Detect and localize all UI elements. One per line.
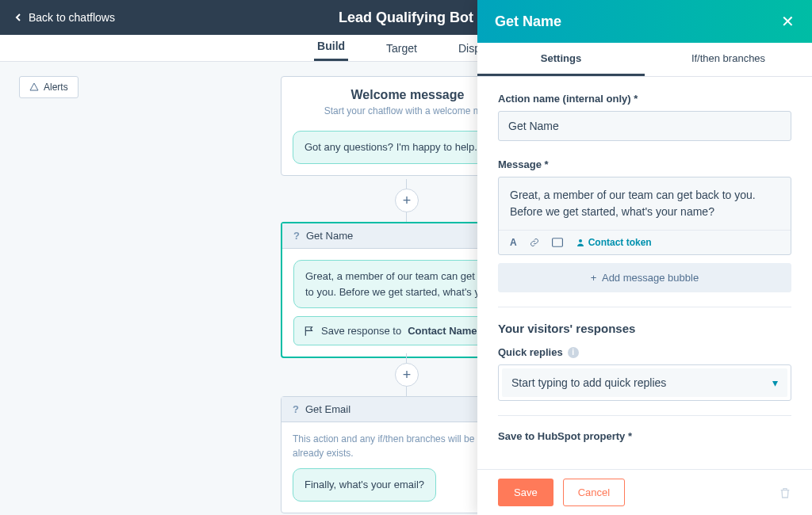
caret-down-icon: ▾ <box>772 376 778 389</box>
connector <box>406 387 407 396</box>
question-icon: ? <box>293 403 299 415</box>
tab-settings[interactable]: Settings <box>477 43 645 76</box>
svg-rect-0 <box>552 238 562 247</box>
action-name-input[interactable] <box>498 111 791 141</box>
action-name-label: Action name (internal only) * <box>498 93 791 105</box>
page-title: Lead Qualifying Bot <box>339 10 473 26</box>
message-label: Message * <box>498 158 791 170</box>
panel-tabs: Settings If/then branches <box>477 43 812 77</box>
text-format-icon[interactable]: A <box>510 237 517 248</box>
back-label: Back to chatflows <box>29 11 115 24</box>
get-email-strip: Get Email <box>305 403 350 415</box>
quick-replies-select[interactable]: Start typing to add quick replies ▾ <box>498 364 791 401</box>
panel-title: Get Name <box>495 13 561 30</box>
message-toolbar: A Contact token <box>499 230 791 254</box>
panel-body: Action name (internal only) * Message * … <box>477 77 812 469</box>
connector <box>406 212 407 222</box>
save-prefix: Save response to <box>321 325 401 337</box>
panel-header: Get Name ✕ <box>477 0 812 43</box>
divider <box>498 307 791 307</box>
tab-ifthen[interactable]: If/then branches <box>645 43 812 76</box>
close-icon[interactable]: ✕ <box>781 12 795 31</box>
delete-icon[interactable] <box>779 486 791 500</box>
connector <box>406 179 407 189</box>
quick-replies-placeholder: Start typing to add quick replies <box>511 376 666 389</box>
get-name-strip: Get Name <box>306 230 353 242</box>
svg-point-1 <box>579 239 582 242</box>
add-message-bubble-button[interactable]: + Add message bubble <box>498 263 791 292</box>
back-button[interactable]: Back to chatflows <box>14 11 115 24</box>
side-panel: Get Name ✕ Settings If/then branches Act… <box>477 0 812 515</box>
cancel-button[interactable]: Cancel <box>563 479 625 506</box>
chevron-left-icon <box>14 13 22 21</box>
person-icon <box>576 238 585 247</box>
message-text[interactable]: Great, a member of our team can get back… <box>499 177 791 230</box>
connector <box>406 353 407 363</box>
save-button[interactable]: Save <box>498 479 553 506</box>
responses-heading: Your visitors' responses <box>498 322 791 335</box>
save-to-property-label: Save to HubSpot property * <box>498 430 791 442</box>
quick-replies-label: Quick replies i <box>498 346 791 358</box>
info-icon[interactable]: i <box>568 347 579 358</box>
contact-token-button[interactable]: Contact token <box>576 237 652 248</box>
media-icon[interactable] <box>552 238 563 247</box>
flag-icon <box>304 326 315 337</box>
save-field: Contact Name <box>408 325 477 337</box>
add-step-button[interactable]: + <box>395 189 419 212</box>
divider <box>498 415 791 416</box>
add-step-button[interactable]: + <box>395 363 419 387</box>
message-editor[interactable]: Great, a member of our team can get back… <box>498 177 791 255</box>
panel-footer: Save Cancel <box>477 469 812 515</box>
question-icon: ? <box>293 230 300 242</box>
tab-target[interactable]: Target <box>383 42 420 61</box>
tab-build[interactable]: Build <box>314 40 348 61</box>
link-icon[interactable] <box>530 238 539 247</box>
get-email-bubble: Finally, what's your email? <box>293 468 436 502</box>
